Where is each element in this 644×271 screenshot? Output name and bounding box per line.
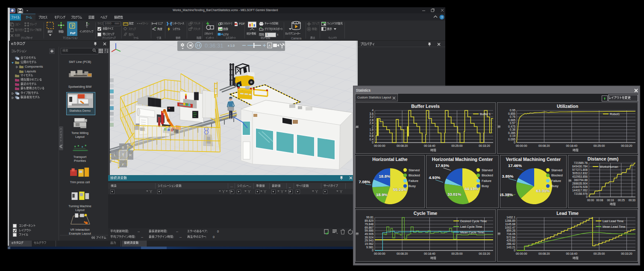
svg-text:Last Lead Time: Last Lead Time — [603, 219, 623, 223]
svg-text:Desired Cycle Time: Desired Cycle Time — [460, 219, 487, 223]
svg-text:T: T — [122, 153, 124, 157]
svg-text:432953.856: 432953.856 — [572, 175, 588, 178]
svg-text:17.46%: 17.46% — [508, 163, 522, 168]
svg-text:33.01%: 33.01% — [447, 192, 462, 197]
svg-text:288635.904: 288635.904 — [572, 182, 588, 185]
svg-text:?: ? — [441, 15, 443, 19]
svg-text:18.9%: 18.9% — [376, 192, 388, 197]
svg-text:143.21: 143.21 — [506, 246, 515, 249]
svg-text:429.63: 429.63 — [506, 239, 515, 242]
svg-text:1.6: 1.6 — [370, 128, 374, 131]
svg-text:Blocked: Blocked — [409, 173, 420, 177]
svg-text:0: 0 — [514, 141, 515, 144]
svg-text:Failure: Failure — [482, 179, 491, 183]
svg-text:00:16:40: 00:16:40 — [424, 144, 435, 147]
svg-text:00:00:00: 00:00:00 — [516, 252, 527, 255]
svg-text:0.095: 0.095 — [508, 138, 515, 141]
svg-text:0: 0 — [586, 195, 588, 198]
svg-text:360794.88: 360794.88 — [574, 179, 588, 182]
svg-text:3.2: 3.2 — [370, 115, 374, 118]
svg-text:A: A — [268, 44, 271, 48]
svg-text:716.05: 716.05 — [506, 232, 515, 235]
svg-text:00:25: 00:25 — [618, 199, 625, 202]
svg-text:Mean Cycle Time: Mean Cycle Time — [460, 230, 484, 234]
svg-text:x 1.0: x 1.0 — [228, 44, 235, 48]
svg-text:00:16: 00:16 — [607, 199, 614, 202]
svg-text:Last Cycle Time: Last Cycle Time — [460, 225, 482, 229]
svg-text:17.93%: 17.93% — [435, 163, 450, 168]
svg-text:286.42: 286.42 — [506, 242, 515, 245]
svg-text:9.981: 9.981 — [366, 246, 373, 249]
svg-text:Cycle Time: Cycle Time — [414, 211, 437, 216]
svg-text:19.962: 19.962 — [365, 242, 373, 245]
svg-text:216476.928: 216476.928 — [572, 185, 588, 188]
svg-text:63.31%: 63.31% — [536, 188, 550, 193]
svg-text:00:00:00: 00:00:00 — [516, 144, 527, 147]
svg-text:WorksHuman: WorksHuman — [600, 165, 618, 169]
svg-text:00:33: 00:33 — [629, 199, 635, 202]
svg-text:00:25:00: 00:25:00 — [451, 144, 463, 147]
svg-text:F: F — [122, 163, 124, 167]
svg-text:2.4: 2.4 — [370, 122, 374, 125]
svg-text:Lead Time: Lead Time — [556, 211, 579, 216]
svg-text:721589.76: 721589.76 — [574, 161, 588, 164]
svg-text:505112.832: 505112.832 — [573, 172, 588, 175]
svg-text:Failure: Failure — [551, 179, 561, 183]
svg-text:00:00: 00:00 — [587, 199, 594, 202]
svg-text:7.08%: 7.08% — [359, 179, 371, 184]
svg-text:69.867: 69.867 — [365, 226, 373, 229]
svg-text:00:33:20: 00:33:20 — [621, 252, 632, 255]
svg-text:Starved: Starved — [409, 168, 420, 172]
svg-text:1002.47: 1002.47 — [505, 226, 515, 229]
svg-text:3.85%: 3.85% — [502, 174, 514, 179]
svg-text:R: R — [129, 153, 132, 157]
svg-text:00:25:00: 00:25:00 — [594, 144, 605, 147]
svg-text:B: B — [122, 146, 124, 149]
svg-text:59.886: 59.886 — [365, 229, 373, 232]
svg-text:Buffer Levels: Buffer Levels — [411, 104, 440, 109]
svg-text:79.848: 79.848 — [365, 223, 373, 226]
svg-text:00:33:20: 00:33:20 — [479, 252, 490, 255]
svg-text:Busy: Busy — [551, 184, 559, 188]
svg-text:1145.68: 1145.68 — [505, 223, 515, 226]
svg-text:Robot1: Robot1 — [610, 112, 620, 116]
svg-text:Horizontal Lathe: Horizontal Lathe — [372, 157, 407, 162]
svg-text:00:25:00: 00:25:00 — [451, 252, 463, 255]
svg-text:00:16:40: 00:16:40 — [424, 252, 435, 255]
svg-text:39.924: 39.924 — [365, 236, 373, 239]
svg-text:Vertical Machining Center: Vertical Machining Center — [506, 157, 561, 162]
svg-text:0.475: 0.475 — [508, 125, 515, 128]
svg-text:99.81: 99.81 — [366, 216, 373, 219]
svg-text:0.8: 0.8 — [370, 134, 374, 137]
svg-text:4.93%: 4.93% — [429, 175, 441, 180]
svg-text:L: L — [114, 153, 116, 157]
svg-text:0.95: 0.95 — [510, 109, 515, 112]
svg-text:Busy: Busy — [482, 184, 489, 188]
svg-text:00:08:20: 00:08:20 — [538, 144, 550, 147]
svg-text:4: 4 — [372, 109, 373, 112]
svg-text:Busy: Busy — [409, 184, 416, 188]
svg-text:Blocked: Blocked — [551, 173, 563, 177]
svg-text:00:33:20: 00:33:20 — [479, 144, 490, 147]
svg-text:0: 0 — [372, 249, 373, 252]
svg-text:572.84: 572.84 — [506, 236, 515, 239]
svg-text:00:00:00: 00:00:00 — [374, 252, 385, 255]
svg-text:0.38: 0.38 — [510, 128, 515, 131]
svg-text:3.6: 3.6 — [370, 112, 374, 115]
svg-text:0.665: 0.665 — [508, 119, 515, 122]
svg-text:577271.808: 577271.808 — [572, 168, 588, 171]
svg-text:0.57: 0.57 — [510, 122, 515, 125]
svg-text:00:16:40: 00:16:40 — [566, 252, 577, 255]
svg-text:00:08:20: 00:08:20 — [397, 252, 408, 255]
svg-text:Utilization: Utilization — [557, 104, 578, 109]
svg-text:00:16:40: 00:16:40 — [566, 144, 577, 147]
svg-text:Starved: Starved — [551, 168, 562, 172]
svg-text:Starved: Starved — [482, 168, 493, 172]
svg-text:Blocked: Blocked — [482, 173, 493, 177]
svg-text:Horizontal Machining Center: Horizontal Machining Center — [432, 157, 493, 162]
svg-text:1432.1: 1432.1 — [506, 216, 515, 219]
svg-text:0.855: 0.855 — [508, 112, 515, 115]
svg-text:00:08:20: 00:08:20 — [397, 144, 408, 147]
svg-text:Buffer 1: Buffer 1 — [480, 112, 491, 116]
svg-text:44.13%: 44.13% — [465, 186, 479, 191]
